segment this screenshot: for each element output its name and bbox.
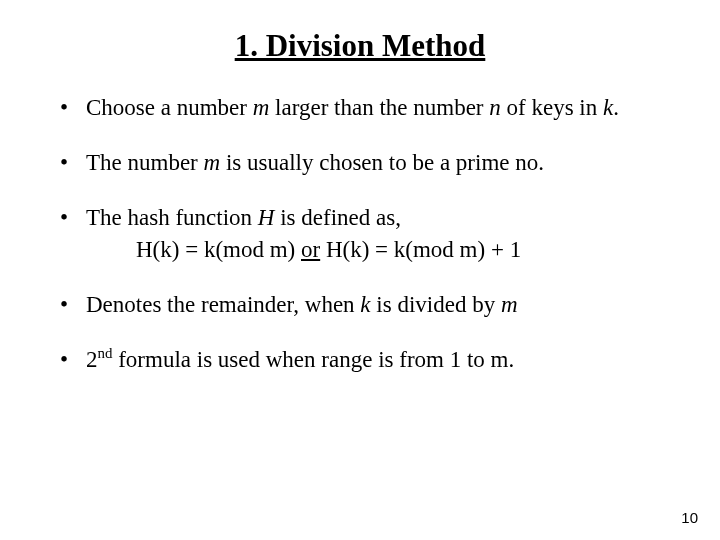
slide-title: 1. Division Method [40, 28, 680, 64]
var-k: k [360, 292, 370, 317]
formula-b: H(k) = k(mod m) + 1 [320, 237, 521, 262]
text: Denotes the remainder, when [86, 292, 360, 317]
bullet-item-1: Choose a number m larger than the number… [68, 94, 680, 123]
formula-a: H(k) = k(mod m) [136, 237, 301, 262]
slide: 1. Division Method Choose a number m lar… [0, 0, 720, 540]
var-m: m [204, 150, 221, 175]
text: The number [86, 150, 204, 175]
bullet-item-4: Denotes the remainder, when k is divided… [68, 291, 680, 320]
text: larger than the number [269, 95, 489, 120]
text: The hash function [86, 205, 258, 230]
text: Choose a number [86, 95, 253, 120]
text: of keys in [501, 95, 603, 120]
page-number: 10 [681, 509, 698, 526]
text: is usually chosen to be a prime no. [220, 150, 544, 175]
bullet-item-5: 2nd formula is used when range is from 1… [68, 346, 680, 375]
text: 2 [86, 347, 98, 372]
bullet-list: Choose a number m larger than the number… [40, 94, 680, 375]
formula-line: H(k) = k(mod m) or H(k) = k(mod m) + 1 [86, 236, 680, 265]
text: is divided by [371, 292, 501, 317]
or-underline: or [301, 237, 320, 262]
var-m: m [501, 292, 518, 317]
var-H: H [258, 205, 275, 230]
bullet-item-2: The number m is usually chosen to be a p… [68, 149, 680, 178]
text: formula is used when range is from 1 to … [112, 347, 514, 372]
var-m: m [253, 95, 270, 120]
var-k: k [603, 95, 613, 120]
bullet-item-3: The hash function H is defined as, H(k) … [68, 204, 680, 266]
text: is defined as, [274, 205, 400, 230]
ordinal-suffix: nd [98, 345, 113, 361]
text: . [613, 95, 619, 120]
var-n: n [489, 95, 501, 120]
